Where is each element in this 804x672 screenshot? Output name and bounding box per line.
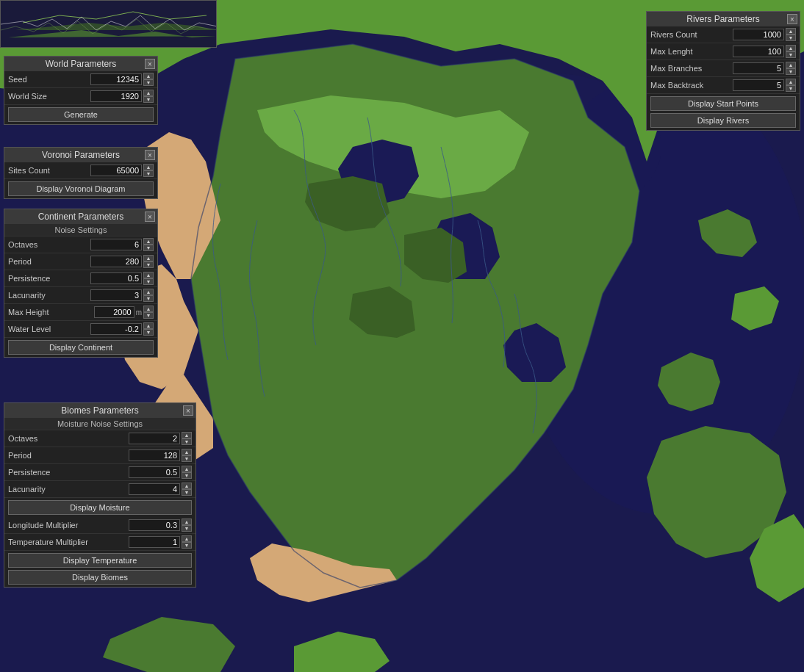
display-moisture-button[interactable]: Display Moisture xyxy=(8,500,192,515)
seed-up[interactable]: ▲ xyxy=(143,73,154,79)
max-height-up[interactable]: ▲ xyxy=(143,306,154,312)
display-continent-button[interactable]: Display Continent xyxy=(8,340,154,355)
max-height-down[interactable]: ▼ xyxy=(143,312,154,319)
continent-persistence-up[interactable]: ▲ xyxy=(143,272,154,278)
max-length-input[interactable] xyxy=(733,46,784,57)
biomes-octaves-down[interactable]: ▼ xyxy=(182,438,192,445)
longitude-row: Longitude Multiplier ▲ ▼ xyxy=(4,517,195,534)
biomes-octaves-input[interactable] xyxy=(129,433,180,444)
max-length-spinner: ▲ ▼ xyxy=(786,45,796,58)
water-level-up[interactable]: ▲ xyxy=(143,322,154,329)
svg-rect-4 xyxy=(1,1,217,48)
seed-row: Seed ▲ ▼ xyxy=(4,71,157,88)
longitude-up[interactable]: ▲ xyxy=(182,519,192,525)
continent-octaves-down[interactable]: ▼ xyxy=(143,245,154,251)
rivers-panel-close[interactable]: × xyxy=(787,14,797,24)
sites-count-label: Sites Count xyxy=(8,166,90,175)
continent-period-up[interactable]: ▲ xyxy=(143,255,154,261)
world-size-label: World Size xyxy=(8,92,90,101)
biomes-persistence-spinner: ▲ ▼ xyxy=(182,466,192,479)
continent-octaves-up[interactable]: ▲ xyxy=(143,238,154,245)
continent-lacunarity-up[interactable]: ▲ xyxy=(143,289,154,295)
continent-period-row: Period ▲ ▼ xyxy=(4,253,157,270)
water-level-input[interactable] xyxy=(90,323,142,335)
max-branches-up[interactable]: ▲ xyxy=(786,62,796,68)
water-level-label: Water Level xyxy=(8,325,90,333)
temperature-up[interactable]: ▲ xyxy=(182,535,192,542)
biomes-period-down[interactable]: ▼ xyxy=(182,455,192,462)
rivers-count-down[interactable]: ▼ xyxy=(786,35,796,41)
biomes-octaves-spinner: ▲ ▼ xyxy=(182,432,192,445)
max-height-unit: m xyxy=(136,308,142,317)
max-branches-input[interactable] xyxy=(733,62,784,74)
continent-period-down[interactable]: ▼ xyxy=(143,261,154,268)
longitude-input[interactable] xyxy=(129,519,180,531)
display-temperature-button[interactable]: Display Temperature xyxy=(8,553,192,568)
max-branches-spinner: ▲ ▼ xyxy=(786,62,796,75)
sites-count-input[interactable] xyxy=(90,165,142,176)
water-level-row: Water Level ▲ ▼ xyxy=(4,321,157,338)
biomes-period-up[interactable]: ▲ xyxy=(182,449,192,455)
continent-period-input[interactable] xyxy=(90,256,142,267)
biomes-period-label: Period xyxy=(8,451,129,460)
longitude-down[interactable]: ▼ xyxy=(182,525,192,532)
max-length-down[interactable]: ▼ xyxy=(786,51,796,58)
sites-count-down[interactable]: ▼ xyxy=(143,170,154,177)
world-size-down[interactable]: ▼ xyxy=(143,96,154,103)
biomes-lacunarity-up[interactable]: ▲ xyxy=(182,483,192,489)
max-height-input[interactable] xyxy=(94,306,134,318)
sites-count-up[interactable]: ▲ xyxy=(143,164,154,170)
continent-persistence-input[interactable] xyxy=(90,272,142,284)
max-length-up[interactable]: ▲ xyxy=(786,45,796,51)
water-level-down[interactable]: ▼ xyxy=(143,329,154,336)
longitude-spinner: ▲ ▼ xyxy=(182,519,192,532)
temperature-down[interactable]: ▼ xyxy=(182,542,192,549)
rivers-parameters-panel: Rivers Parameters × Rivers Count ▲ ▼ Max… xyxy=(646,11,800,131)
voronoi-panel-close[interactable]: × xyxy=(145,150,155,160)
biomes-lacunarity-down[interactable]: ▼ xyxy=(182,489,192,496)
max-branches-down[interactable]: ▼ xyxy=(786,68,796,75)
continent-lacunarity-spinner: ▲ ▼ xyxy=(143,289,154,302)
sites-count-row: Sites Count ▲ ▼ xyxy=(4,162,157,179)
biomes-persistence-input[interactable] xyxy=(129,466,180,478)
biomes-persistence-down[interactable]: ▼ xyxy=(182,472,192,479)
world-panel-title: World Parameters xyxy=(46,59,116,69)
display-start-points-button[interactable]: Display Start Points xyxy=(650,96,796,111)
biomes-persistence-label: Persistence xyxy=(8,468,129,477)
minimap xyxy=(0,0,217,48)
display-rivers-button[interactable]: Display Rivers xyxy=(650,113,796,128)
continent-lacunarity-down[interactable]: ▼ xyxy=(143,295,154,302)
temperature-input[interactable] xyxy=(129,536,180,548)
biomes-octaves-up[interactable]: ▲ xyxy=(182,432,192,438)
max-backtrack-down[interactable]: ▼ xyxy=(786,85,796,92)
continent-octaves-input[interactable] xyxy=(90,239,142,250)
longitude-label: Longitude Multiplier xyxy=(8,521,129,530)
continent-panel-header: Continent Parameters × xyxy=(4,209,157,224)
biomes-period-input[interactable] xyxy=(129,449,180,461)
biomes-panel-close[interactable]: × xyxy=(183,405,193,416)
continent-persistence-spinner: ▲ ▼ xyxy=(143,272,154,285)
continent-lacunarity-input[interactable] xyxy=(90,289,142,301)
world-size-up[interactable]: ▲ xyxy=(143,90,154,96)
world-panel-close[interactable]: × xyxy=(145,59,155,69)
biomes-persistence-up[interactable]: ▲ xyxy=(182,466,192,472)
continent-persistence-down[interactable]: ▼ xyxy=(143,278,154,285)
max-backtrack-input[interactable] xyxy=(733,79,784,91)
world-size-input[interactable] xyxy=(90,90,142,102)
max-backtrack-up[interactable]: ▲ xyxy=(786,79,796,85)
rivers-count-spinner: ▲ ▼ xyxy=(786,28,796,41)
rivers-count-input[interactable] xyxy=(733,29,784,40)
seed-down[interactable]: ▼ xyxy=(143,79,154,86)
seed-spinner: ▲ ▼ xyxy=(143,73,154,86)
max-backtrack-row: Max Backtrack ▲ ▼ xyxy=(647,77,800,94)
continent-panel-close[interactable]: × xyxy=(145,212,155,222)
generate-button[interactable]: Generate xyxy=(8,107,154,122)
biomes-period-row: Period ▲ ▼ xyxy=(4,447,195,464)
display-biomes-button[interactable]: Display Biomes xyxy=(8,570,192,585)
biomes-lacunarity-input[interactable] xyxy=(129,483,180,495)
continent-parameters-panel: Continent Parameters × Noise Settings Oc… xyxy=(4,209,158,358)
seed-input[interactable] xyxy=(90,73,142,85)
display-voronoi-button[interactable]: Display Voronoi Diagram xyxy=(8,181,154,196)
continent-lacunarity-label: Lacunarity xyxy=(8,291,90,300)
rivers-count-up[interactable]: ▲ xyxy=(786,28,796,35)
